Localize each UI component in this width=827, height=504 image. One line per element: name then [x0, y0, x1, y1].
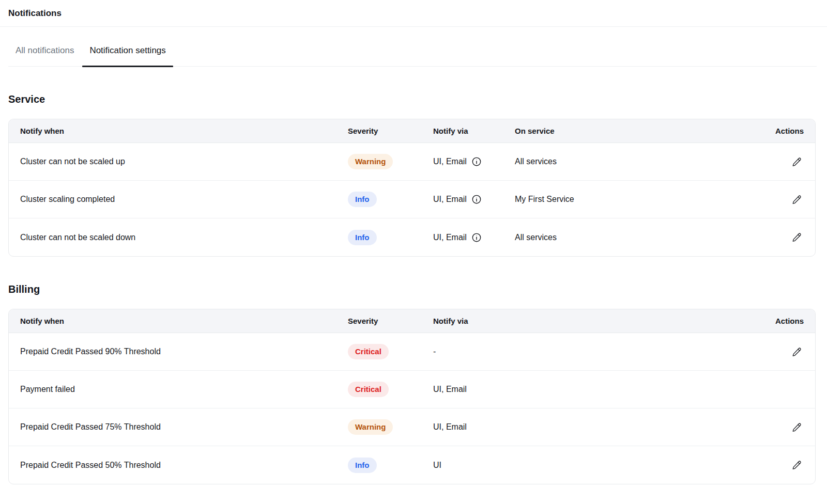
- table-header-row: Notify whenSeverityNotify viaOn serviceA…: [9, 119, 815, 143]
- info-circle-icon[interactable]: [471, 156, 482, 167]
- severity-badge: Warning: [348, 154, 393, 169]
- table-row: Cluster scaling completedInfoUI, EmailMy…: [9, 181, 815, 218]
- actions-cell: [757, 193, 804, 207]
- on-service-cell: My First Service: [515, 195, 757, 204]
- edit-pencil-icon[interactable]: [790, 345, 804, 359]
- notify-when-cell: Cluster can not be scaled down: [20, 233, 348, 242]
- table-row: Prepaid Credit Passed 90% ThresholdCriti…: [9, 333, 815, 371]
- severity-cell: Critical: [348, 344, 433, 359]
- column-header: Notify when: [20, 317, 348, 325]
- notify-when-cell: Prepaid Credit Passed 75% Threshold: [20, 422, 348, 432]
- table-row: Payment failedCriticalUI, Email: [9, 371, 815, 408]
- notify-via-cell: UI, Email: [433, 232, 515, 243]
- edit-pencil-icon[interactable]: [790, 230, 804, 244]
- table-header-row: Notify whenSeverityNotify viaActions: [9, 309, 815, 333]
- edit-pencil-icon[interactable]: [790, 193, 804, 207]
- severity-badge: Critical: [348, 344, 389, 359]
- page-header: Notifications: [0, 0, 827, 27]
- severity-cell: Info: [348, 458, 433, 473]
- notify-via-value: -: [433, 347, 436, 356]
- actions-cell: [757, 345, 804, 359]
- notify-when-cell: Cluster scaling completed: [20, 195, 348, 204]
- column-header: Severity: [348, 317, 433, 325]
- column-header: Notify via: [433, 317, 757, 325]
- notify-when-cell: Payment failed: [20, 385, 348, 394]
- actions-cell: [757, 230, 804, 244]
- severity-cell: Info: [348, 230, 433, 245]
- column-header: On service: [515, 127, 757, 135]
- table-row: Cluster can not be scaled upWarningUI, E…: [9, 143, 815, 181]
- edit-pencil-icon[interactable]: [790, 420, 804, 434]
- notify-via-value: UI, Email: [433, 233, 467, 242]
- table-row: Prepaid Credit Passed 75% ThresholdWarni…: [9, 408, 815, 446]
- info-circle-icon[interactable]: [471, 194, 482, 204]
- notify-when-cell: Cluster can not be scaled up: [20, 157, 348, 166]
- notify-via-value: UI, Email: [433, 195, 467, 204]
- column-header: Severity: [348, 127, 433, 135]
- section-title: Service: [8, 93, 827, 105]
- notify-via-value: UI, Email: [433, 157, 467, 166]
- notify-via-cell: UI: [433, 461, 757, 470]
- severity-cell: Warning: [348, 154, 433, 169]
- severity-badge: Critical: [348, 382, 389, 397]
- notify-via-value: UI, Email: [433, 422, 467, 432]
- actions-cell: [757, 420, 804, 434]
- notification-settings-sections: ServiceNotify whenSeverityNotify viaOn s…: [0, 93, 827, 484]
- column-header: Notify via: [433, 127, 515, 135]
- actions-cell: [757, 458, 804, 472]
- billing-notifications-table: Notify whenSeverityNotify viaActionsPrep…: [8, 309, 816, 484]
- section-title: Billing: [8, 284, 827, 295]
- info-circle-icon[interactable]: [471, 232, 482, 243]
- column-header: Actions: [757, 317, 804, 325]
- severity-badge: Info: [348, 458, 377, 473]
- notify-via-value: UI: [433, 461, 441, 470]
- table-row: Prepaid Credit Passed 50% ThresholdInfoU…: [9, 446, 815, 484]
- notify-via-cell: UI, Email: [433, 156, 515, 167]
- on-service-cell: All services: [515, 157, 757, 166]
- section-billing: BillingNotify whenSeverityNotify viaActi…: [0, 284, 827, 484]
- page-title: Notifications: [8, 8, 62, 19]
- severity-badge: Warning: [348, 419, 393, 435]
- on-service-cell: All services: [515, 233, 757, 242]
- tab-all-notifications[interactable]: All notifications: [8, 45, 81, 66]
- actions-cell: [757, 155, 804, 169]
- notify-via-cell: UI, Email: [433, 194, 515, 204]
- notify-when-cell: Prepaid Credit Passed 90% Threshold: [20, 347, 348, 356]
- edit-pencil-icon[interactable]: [790, 458, 804, 472]
- section-service: ServiceNotify whenSeverityNotify viaOn s…: [0, 93, 827, 257]
- notifications-tabbar: All notifications Notification settings: [8, 45, 817, 67]
- tab-notification-settings[interactable]: Notification settings: [82, 45, 173, 66]
- severity-cell: Warning: [348, 419, 433, 435]
- table-row: Cluster can not be scaled downInfoUI, Em…: [9, 218, 815, 256]
- edit-pencil-icon[interactable]: [790, 155, 804, 169]
- service-notifications-table: Notify whenSeverityNotify viaOn serviceA…: [8, 119, 816, 257]
- notify-via-value: UI, Email: [433, 385, 467, 394]
- column-header: Notify when: [20, 127, 348, 135]
- severity-cell: Critical: [348, 382, 433, 397]
- severity-cell: Info: [348, 192, 433, 207]
- notify-via-cell: UI, Email: [433, 422, 757, 432]
- severity-badge: Info: [348, 230, 377, 245]
- column-header: Actions: [757, 127, 804, 135]
- notify-via-cell: UI, Email: [433, 385, 757, 394]
- notify-via-cell: -: [433, 347, 757, 356]
- notify-when-cell: Prepaid Credit Passed 50% Threshold: [20, 461, 348, 470]
- severity-badge: Info: [348, 192, 377, 207]
